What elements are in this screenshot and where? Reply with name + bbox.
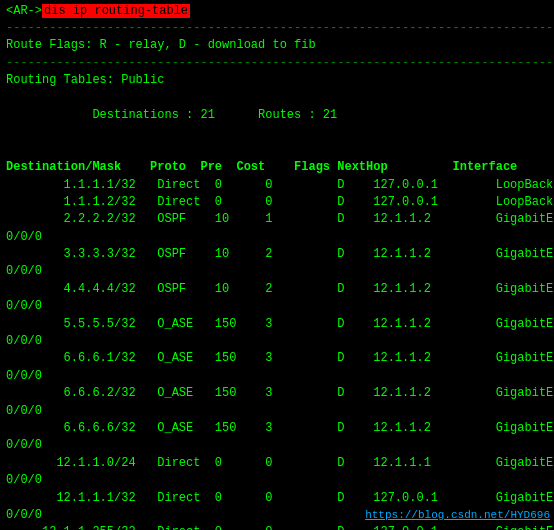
flags-info: Route Flags: R - relay, D - download to … [6,37,548,54]
route-row: 1.1.1.2/32 Direct 0 0 D 127.0.0.1 LoopBa… [6,194,548,211]
route-row: 12.1.1.255/32 Direct 0 0 D 127.0.0.1 Gig… [6,524,548,530]
route-row: 0/0/0 [6,333,548,350]
route-row: 2.2.2.2/32 OSPF 10 1 D 12.1.1.2 GigabitE… [6,211,548,228]
prompt-prefix: <AR-> [6,4,42,18]
route-row: 1.1.1.1/32 Direct 0 0 D 127.0.0.1 LoopBa… [6,177,548,194]
route-row: 0/0/0 [6,437,548,454]
dest-count: Destinations : 21 [92,108,214,122]
route-row: 0/0/0 [6,472,548,489]
separator-line2: ----------------------------------------… [6,55,548,72]
route-row: 0/0/0 [6,263,548,280]
route-row: 0/0/0 [6,368,548,385]
spacer [215,108,258,122]
watermark: https://blog.csdn.net/HYD696 [361,508,554,522]
column-header: Destination/Mask Proto Pre Cost Flags Ne… [6,159,548,176]
separator-line: ----------------------------------------… [6,20,548,37]
route-row: 0/0/0 [6,403,548,420]
dest-routes-count: Destinations : 21 Routes : 21 [6,90,548,142]
blank-line [6,142,548,159]
destinations-label [35,108,93,122]
route-row: 4.4.4.4/32 OSPF 10 2 D 12.1.1.2 GigabitE… [6,281,548,298]
prompt-line: <AR-> dis ip routing-table [6,4,548,18]
command-text: dis ip routing-table [42,4,190,18]
route-row: 0/0/0 [6,298,548,315]
route-row: 6.6.6.1/32 O_ASE 150 3 D 12.1.1.2 Gigabi… [6,350,548,367]
terminal: <AR-> dis ip routing-table -------------… [0,0,554,530]
route-row: 12.1.1.0/24 Direct 0 0 D 12.1.1.1 Gigabi… [6,455,548,472]
routing-tables-header: Routing Tables: Public [6,72,548,89]
route-row: 12.1.1.1/32 Direct 0 0 D 127.0.0.1 Gigab… [6,490,548,507]
route-row: 0/0/0 [6,229,548,246]
route-row: 6.6.6.6/32 O_ASE 150 3 D 12.1.1.2 Gigabi… [6,420,548,437]
routes-container: 1.1.1.1/32 Direct 0 0 D 127.0.0.1 LoopBa… [6,177,548,530]
route-row: 3.3.3.3/32 OSPF 10 2 D 12.1.1.2 GigabitE… [6,246,548,263]
route-row: 6.6.6.2/32 O_ASE 150 3 D 12.1.1.2 Gigabi… [6,385,548,402]
route-row: 5.5.5.5/32 O_ASE 150 3 D 12.1.1.2 Gigabi… [6,316,548,333]
routes-count: Routes : 21 [258,108,337,122]
